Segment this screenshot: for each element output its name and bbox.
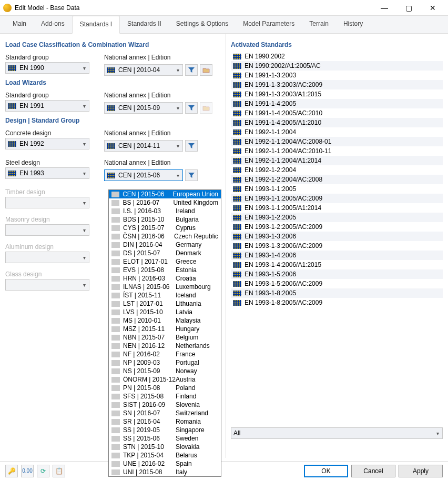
- na-option[interactable]: SFS | 2015-08Finland: [109, 392, 221, 401]
- combo-concrete-std[interactable]: EN 1992▾: [5, 138, 89, 149]
- na-option[interactable]: BS | 2016-07United Kingdom: [109, 198, 221, 207]
- tab-terrain[interactable]: Terrain: [302, 16, 336, 33]
- na-option[interactable]: ČSN | 2016-06Czech Republic: [109, 232, 221, 241]
- standard-item[interactable]: EN 1993-1-3:2006: [231, 232, 443, 241]
- na-option[interactable]: ILNAS | 2015-06Luxembourg: [109, 283, 221, 291]
- standard-item[interactable]: EN 1993-1-2:2005: [231, 213, 443, 222]
- na-option[interactable]: I.S. | 2016-03Ireland: [109, 207, 221, 215]
- activated-standards-list[interactable]: EN 1990:2002EN 1990:2002/A1:2005/ACEN 19…: [231, 52, 443, 445]
- filter-button[interactable]: [185, 64, 198, 76]
- standard-item[interactable]: EN 1993-1-8:2005/AC:2009: [231, 298, 443, 307]
- tool-copy[interactable]: 📋: [53, 465, 65, 477]
- combo-na-1[interactable]: CEN | 2010-04▾: [104, 64, 183, 76]
- standard-item[interactable]: EN 1993-1-1:2005/AC:2009: [231, 194, 443, 203]
- filter-all-combo[interactable]: All▾: [231, 427, 443, 439]
- na-option[interactable]: DS | 2015-07Denmark: [109, 249, 221, 257]
- standard-item[interactable]: EN 1990:2002/A1:2005/AC: [231, 61, 443, 71]
- na-option[interactable]: SS | 2019-05Singapore: [109, 426, 221, 434]
- na-option[interactable]: NF | 2016-02France: [109, 350, 221, 358]
- na-option[interactable]: ÖNORM | 2015-12Austria: [109, 375, 221, 384]
- ok-button[interactable]: OK: [304, 465, 348, 477]
- tab-main[interactable]: Main: [5, 16, 34, 33]
- na-option[interactable]: CEN | 2015-06European Union: [109, 190, 221, 198]
- na-option[interactable]: NEN | 2016-12Netherlands: [109, 342, 221, 350]
- copy-icon: 📋: [55, 467, 63, 475]
- standard-item[interactable]: EN 1991-1-3:2003: [231, 71, 443, 80]
- na-option[interactable]: UNE | 2016-02Spain: [109, 459, 221, 468]
- na-option[interactable]: NP | 2009-03Portugal: [109, 358, 221, 367]
- standard-item[interactable]: EN 1992-1-2:2004: [231, 165, 443, 175]
- standard-item[interactable]: EN 1993-1-3:2006/AC:2009: [231, 241, 443, 251]
- cancel-button[interactable]: Cancel: [351, 465, 395, 477]
- standard-item[interactable]: EN 1991-1-3:2003/AC:2009: [231, 80, 443, 89]
- standard-item[interactable]: EN 1992-1-1:2004/A1:2014: [231, 156, 443, 165]
- minimize-button[interactable]: —: [372, 0, 396, 16]
- na-option[interactable]: ÍST | 2015-11Iceland: [109, 291, 221, 299]
- standard-item[interactable]: EN 1991-1-4:2005: [231, 99, 443, 108]
- standard-item[interactable]: EN 1993-1-1:2005: [231, 184, 443, 194]
- tool-units[interactable]: 0.00: [21, 465, 34, 477]
- standard-item[interactable]: EN 1992-1-1:2004/AC:2010-11: [231, 146, 443, 156]
- standard-item[interactable]: EN 1993-1-4:2006: [231, 251, 443, 260]
- na-option[interactable]: SIST | 2016-09Slovenia: [109, 401, 221, 409]
- na-option[interactable]: HRN | 2016-03Croatia: [109, 274, 221, 283]
- standard-item[interactable]: EN 1991-1-4:2005/AC:2010: [231, 108, 443, 118]
- na-option[interactable]: CYS | 2015-07Cyprus: [109, 224, 221, 232]
- standard-item[interactable]: EN 1993-1-2:2005/AC:2009: [231, 222, 443, 232]
- na-option[interactable]: EVS | 2015-08Estonia: [109, 266, 221, 274]
- na-option[interactable]: SS | 2015-06Sweden: [109, 434, 221, 443]
- tab-settings-options[interactable]: Settings & Options: [169, 16, 236, 33]
- na-option[interactable]: NBN | 2015-07Belgium: [109, 333, 221, 342]
- steel-na-dropdown-list[interactable]: CEN | 2015-06European UnionBS | 2016-07U…: [108, 189, 221, 477]
- standard-item[interactable]: EN 1993-1-1:2005/A1:2014: [231, 203, 443, 213]
- maximize-button[interactable]: ▢: [396, 0, 421, 16]
- tab-history[interactable]: History: [336, 16, 370, 33]
- tab-standards-i[interactable]: Standards I: [72, 16, 120, 34]
- tab-model-parameters[interactable]: Model Parameters: [236, 16, 302, 33]
- standard-item[interactable]: EN 1992-1-2:2004/AC:2008: [231, 175, 443, 184]
- standard-item[interactable]: EN 1991-1-4:2005/A1:2010: [231, 118, 443, 127]
- na-option[interactable]: UNI | 2015-08Italy: [109, 468, 221, 476]
- apply-button[interactable]: Apply: [399, 465, 443, 477]
- na-option[interactable]: STN | 2015-10Slovakia: [109, 443, 221, 451]
- na-option[interactable]: BDS | 2015-10Bulgaria: [109, 215, 221, 224]
- standard-item[interactable]: EN 1992-1-1:2004/AC:2008-01: [231, 137, 443, 146]
- na-option[interactable]: TKP | 2015-04Belarus: [109, 451, 221, 459]
- combo-steel-na[interactable]: CEN | 2015-06▾: [104, 169, 183, 181]
- combo-concrete-na[interactable]: CEN | 2014-11▾: [104, 140, 183, 152]
- folder-button[interactable]: [200, 64, 212, 76]
- combo-na-2[interactable]: CEN | 2015-09▾: [104, 102, 183, 114]
- na-option[interactable]: DIN | 2016-04Germany: [109, 241, 221, 249]
- folder-button[interactable]: [200, 102, 212, 114]
- standard-item[interactable]: EN 1993-1-5:2006/AC:2009: [231, 279, 443, 288]
- standard-item[interactable]: EN 1993-1-4:2006/A1:2015: [231, 260, 443, 269]
- standard-item[interactable]: EN 1991-1-3:2003/A1:2015: [231, 89, 443, 99]
- standard-item[interactable]: EN 1993-1-5:2006: [231, 269, 443, 279]
- na-option[interactable]: ELOT | 2017-01Greece: [109, 257, 221, 266]
- na-option[interactable]: PN | 2015-08Poland: [109, 384, 221, 392]
- filter-button[interactable]: [185, 102, 198, 114]
- combo-steel-std[interactable]: EN 1993▾: [5, 167, 89, 179]
- na-option[interactable]: SR | 2016-04Romania: [109, 417, 221, 426]
- na-option[interactable]: LVS | 2015-10Latvia: [109, 308, 221, 316]
- standard-item[interactable]: EN 1992-1-1:2004: [231, 127, 443, 137]
- eu-flag-icon: [107, 105, 115, 111]
- close-button[interactable]: ✕: [421, 0, 445, 16]
- filter-button[interactable]: [185, 169, 198, 181]
- filter-button[interactable]: [185, 140, 198, 152]
- na-option[interactable]: NS | 2015-09Norway: [109, 367, 221, 375]
- flag-icon: [111, 267, 120, 273]
- tool-help[interactable]: 🔑: [5, 465, 18, 477]
- na-option[interactable]: MS | 2010-01Malaysia: [109, 316, 221, 325]
- combo-std-2[interactable]: EN 1991▾: [5, 100, 89, 112]
- eu-flag-icon: [8, 171, 16, 176]
- tab-add-ons[interactable]: Add-ons: [34, 16, 72, 33]
- na-option[interactable]: MSZ | 2015-11Hungary: [109, 325, 221, 333]
- standard-item[interactable]: EN 1993-1-8:2005: [231, 288, 443, 298]
- na-option[interactable]: LST | 2017-01Lithuania: [109, 299, 221, 308]
- combo-std-1[interactable]: EN 1990▾: [5, 62, 89, 74]
- tab-standards-ii[interactable]: Standards II: [120, 16, 169, 33]
- na-option[interactable]: SN | 2016-07Switzerland: [109, 409, 221, 417]
- tool-refresh[interactable]: ⟳: [37, 465, 49, 477]
- standard-item[interactable]: EN 1990:2002: [231, 52, 443, 61]
